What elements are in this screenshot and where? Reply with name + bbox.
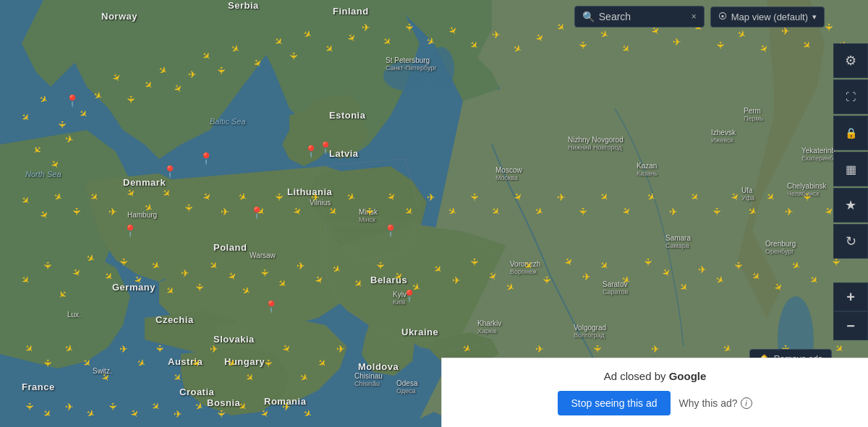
chevron-down-icon: ▾ (812, 12, 817, 22)
ad-actions: Stop seeing this ad Why this ad? i (558, 391, 752, 415)
why-this-ad-button[interactable]: Why this ad? i (679, 397, 752, 409)
svg-point-26 (428, 47, 454, 90)
info-icon: i (741, 397, 752, 409)
lock-button[interactable]: 🔒 (833, 116, 868, 150)
ad-panel: Ad closed by Google Stop seeing this ad … (441, 358, 868, 427)
zoom-in-button[interactable]: + (833, 282, 868, 311)
google-brand: Google (669, 370, 707, 382)
zoom-controls: + − (833, 282, 868, 340)
search-icon: 🔍 (582, 11, 595, 22)
right-sidebar: ⚙ ⛶ 🔒 ▦ ★ ↻ (833, 43, 868, 259)
map-view-label: Map view (default) (731, 12, 808, 22)
search-bar[interactable]: 🔍 Search × (574, 6, 705, 27)
refresh-button[interactable]: ↻ (833, 224, 868, 259)
star-icon: ★ (845, 197, 856, 213)
close-icon[interactable]: × (692, 12, 697, 22)
toolbar: 🔍 Search × ⦿ Map view (default) ▾ (0, 6, 868, 27)
why-ad-label: Why this ad? (679, 397, 738, 409)
favorites-button[interactable]: ★ (833, 188, 868, 223)
filter-icon: ▦ (846, 163, 856, 176)
settings-icon: ⚙ (845, 53, 856, 69)
map-container: Norway Finland St Petersburg Санкт-Петер… (0, 0, 868, 427)
filter-button[interactable]: ▦ (833, 152, 868, 186)
stop-seeing-button[interactable]: Stop seeing this ad (558, 391, 670, 415)
refresh-icon: ↻ (846, 233, 856, 249)
map-view-button[interactable]: ⦿ Map view (default) ▾ (710, 7, 825, 27)
ad-closed-text: Ad closed by Google (604, 370, 707, 382)
lock-icon: 🔒 (845, 127, 857, 139)
settings-button[interactable]: ⚙ (833, 43, 868, 78)
zoom-out-button[interactable]: − (833, 311, 868, 340)
fullscreen-button[interactable]: ⛶ (833, 79, 868, 114)
radio-icon: ⦿ (718, 12, 727, 22)
fullscreen-icon: ⛶ (846, 91, 856, 103)
svg-point-25 (383, 61, 427, 90)
search-label: Search (599, 11, 631, 22)
ad-closed-prefix: Ad closed by (604, 370, 666, 382)
